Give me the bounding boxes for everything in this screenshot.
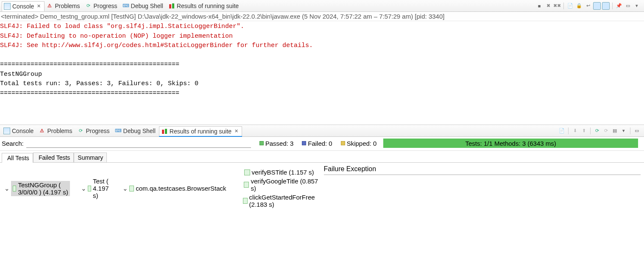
- tab-results-label: Results of running suite: [177, 3, 239, 9]
- tree-method-label: verifyBSTitle (1.157 s): [252, 169, 314, 176]
- clear-results-icon[interactable]: 📄: [558, 127, 566, 135]
- tab-debug-label: Debug Shell: [131, 3, 163, 9]
- show-console-err-icon[interactable]: [602, 2, 610, 10]
- tab-console[interactable]: Console ✕: [2, 1, 45, 11]
- test-tree: ⌄ TestNGGroup ( 3/0/0/0 ) (4.197 s) ⌄ Te…: [2, 165, 319, 211]
- show-console-icon[interactable]: [593, 2, 601, 10]
- failure-heading: Failure Exception: [324, 165, 641, 175]
- subtab-failed-tests[interactable]: Failed Tests: [33, 153, 74, 162]
- tab-console-label: Console: [12, 3, 34, 10]
- next-failure-icon[interactable]: ⬆: [580, 127, 588, 135]
- tree-test-node[interactable]: ⌄ Test ( 4.197 s) ⌄ com.qa.testcases.Bro…: [81, 166, 318, 211]
- bottom-tabbar: Console ⚠ Problems ⟳ Progress ⌨ Debug Sh…: [0, 125, 644, 137]
- results-icon: [168, 3, 175, 9]
- view-menu-icon[interactable]: ▾: [633, 2, 641, 10]
- expand-toggle-icon[interactable]: ⌄: [81, 185, 86, 192]
- display-selected-icon[interactable]: ▭: [624, 2, 632, 10]
- debug-shell-icon: ⌨: [123, 3, 129, 9]
- tab-debug-shell[interactable]: ⌨ Debug Shell: [121, 1, 167, 11]
- tab-problems-b[interactable]: ⚠ Problems: [37, 126, 75, 136]
- word-wrap-icon[interactable]: ↩: [584, 2, 592, 10]
- tab-progress-b[interactable]: ⟳ Progress: [76, 126, 113, 136]
- suite-icon: [13, 186, 16, 192]
- search-input[interactable]: [26, 139, 251, 148]
- results-toolbar: 📄 ⬇ ⬆ ⟳ ⟳ ▤ ▾ ▭: [558, 127, 642, 135]
- console-icon: [3, 128, 10, 134]
- tab-console-b-label: Console: [12, 128, 33, 134]
- failed-stat: Failed: 0: [302, 140, 332, 147]
- tab-problems-label: Problems: [55, 3, 80, 9]
- prev-failure-icon[interactable]: ⬇: [571, 127, 579, 135]
- tree-class-label: com.qa.testcases.BrowserStack: [136, 185, 226, 192]
- console-toolbar: ■ ✖ ✖✖ 📄 🔒 ↩ 📌 ▭ ▾: [535, 2, 642, 10]
- tree-method-node[interactable]: clickGetStartedForFree (2.183 s): [237, 193, 319, 209]
- subtab-all-tests[interactable]: All Tests: [2, 153, 33, 163]
- svg-rect-2: [162, 130, 164, 134]
- tree-suite-node[interactable]: ⌄ TestNGGroup ( 3/0/0/0 ) (4.197 s) ⌄ Te…: [4, 165, 319, 211]
- problems-icon: ⚠: [39, 128, 45, 134]
- tree-suite-label: TestNGGroup ( 3/0/0/0 ) (4.197 s): [18, 181, 68, 196]
- progress-icon: ⟳: [85, 3, 92, 9]
- svg-rect-0: [169, 4, 171, 8]
- tree-method-node[interactable]: verifyBSTitle (1.157 s): [237, 168, 319, 177]
- fail-icon: [302, 141, 306, 145]
- subtab-summary[interactable]: Summary: [74, 153, 107, 162]
- close-icon[interactable]: ✕: [234, 128, 238, 134]
- expand-toggle-icon[interactable]: ⌄: [123, 185, 128, 192]
- tab-results[interactable]: Results of running suite: [167, 1, 242, 11]
- tab-results-b[interactable]: Results of running suite ✕: [159, 126, 242, 136]
- console-output: SLF4J: Failed to load class "org.slf4j.i…: [0, 21, 644, 125]
- problems-icon: ⚠: [46, 3, 53, 9]
- tab-debug-b-label: Debug Shell: [123, 128, 156, 134]
- tab-progress-b-label: Progress: [86, 128, 110, 134]
- test-icon: [88, 186, 91, 192]
- terminated-info: <terminated> Demo_testng_group.xml [Test…: [0, 12, 644, 21]
- method-pass-icon: [244, 169, 250, 175]
- method-pass-icon: [243, 198, 248, 204]
- test-progress-bar: Tests: 1/1 Methods: 3 (6343 ms): [383, 139, 638, 148]
- terminate-all-icon[interactable]: ■: [535, 2, 543, 10]
- tree-test-label: Test ( 4.197 s): [93, 178, 112, 199]
- console-icon: [4, 3, 11, 10]
- remove-launch-icon[interactable]: ✖: [544, 2, 552, 10]
- skipped-stat: Skipped: 0: [341, 140, 377, 147]
- tab-problems-b-label: Problems: [47, 128, 72, 134]
- debug-shell-icon: ⌨: [115, 128, 122, 134]
- tab-results-b-label: Results of running suite: [170, 128, 231, 135]
- tab-progress-label: Progress: [94, 3, 117, 9]
- tab-progress[interactable]: ⟳ Progress: [84, 1, 121, 11]
- tab-problems[interactable]: ⚠ Problems: [45, 1, 83, 11]
- search-label: Search:: [2, 140, 24, 147]
- view-menu-icon[interactable]: ▾: [620, 127, 627, 135]
- top-tabbar: Console ✕ ⚠ Problems ⟳ Progress ⌨ Debug …: [0, 0, 644, 12]
- clear-console-icon[interactable]: 📄: [566, 2, 574, 10]
- scroll-lock-icon[interactable]: 🔒: [575, 2, 583, 10]
- results-icon: [161, 128, 168, 135]
- class-icon: [129, 186, 134, 192]
- minimize-icon[interactable]: ▭: [633, 127, 641, 135]
- close-icon[interactable]: ✕: [37, 3, 41, 9]
- pass-icon: [259, 141, 264, 145]
- pin-console-icon[interactable]: 📌: [615, 2, 623, 10]
- expand-toggle-icon[interactable]: ⌄: [4, 185, 9, 192]
- rerun-failed-icon[interactable]: ⟳: [602, 127, 610, 135]
- tree-method-label: clickGetStartedForFree (2.183 s): [249, 194, 319, 208]
- passed-stat: Passed: 3: [259, 140, 294, 147]
- svg-rect-3: [165, 129, 167, 134]
- results-search-row: Search: Passed: 3 Failed: 0 Skipped: 0: [0, 137, 644, 151]
- results-subtabs: All Tests Failed Tests Summary: [0, 151, 644, 163]
- svg-rect-1: [172, 3, 174, 8]
- skip-icon: [341, 141, 345, 145]
- tab-debug-b[interactable]: ⌨ Debug Shell: [113, 126, 159, 136]
- tree-method-label: verifyGoogleTitle (0.857 s): [251, 178, 318, 192]
- tree-class-node[interactable]: ⌄ com.qa.testcases.BrowserStack: [123, 167, 318, 210]
- progress-icon: ⟳: [78, 128, 84, 134]
- remove-all-icon[interactable]: ✖✖: [553, 2, 561, 10]
- tab-console-b[interactable]: Console: [2, 126, 37, 136]
- failure-detail: Failure Exception: [321, 163, 644, 272]
- rerun-icon[interactable]: ⟳: [593, 127, 601, 135]
- layout-icon[interactable]: ▤: [611, 127, 619, 135]
- tree-method-node[interactable]: verifyGoogleTitle (0.857 s): [237, 177, 319, 193]
- method-pass-icon: [244, 182, 249, 188]
